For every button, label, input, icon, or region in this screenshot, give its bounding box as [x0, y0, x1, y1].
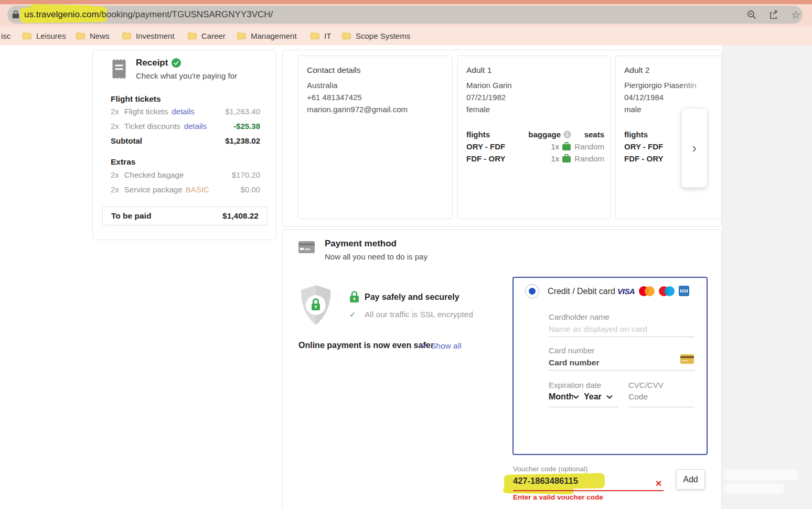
bookmark-item-leisures[interactable]: Leisures: [23, 26, 66, 45]
passenger-title: Adult 2: [624, 66, 718, 75]
folder-icon: [342, 32, 351, 39]
bookmark-label: Management: [251, 31, 297, 40]
baggage-icon: [562, 142, 571, 151]
credit-card-radio[interactable]: [525, 284, 539, 298]
url-path: /booking/payment/TGUSNSARGNYY3VCH/: [99, 9, 273, 19]
flight-code: ORY - FDF: [466, 142, 516, 151]
col-flights: flights: [466, 130, 516, 139]
row-amount: $1,263.40: [225, 107, 260, 116]
bookmark-item-news[interactable]: News: [76, 26, 110, 45]
contact-phone: +61 481347425: [307, 91, 444, 103]
browser-toolbar: us.travelgenio.com/booking/payment/TGUSN…: [0, 4, 812, 26]
adult-1-card: Adult 1 Marion Garin 07/21/1982 female f…: [457, 56, 611, 219]
bookmark-item-it[interactable]: IT: [311, 26, 331, 45]
month-select[interactable]: Month: [549, 392, 579, 402]
url-text: us.travelgenio.com/booking/payment/TGUSN…: [24, 6, 273, 24]
section-flight-tickets: Flight tickets: [111, 94, 260, 104]
card-brand-logos: VISA: [617, 286, 689, 296]
bookmark-label: Investment: [136, 31, 174, 40]
flight-code: FDF - ORY: [466, 154, 516, 163]
bookmark-item-investment[interactable]: Investment: [122, 26, 174, 45]
passenger-gender: female: [466, 103, 602, 115]
passenger-title: Adult 1: [466, 66, 602, 75]
col-flights: flights: [624, 130, 674, 139]
card-number-label: Card number: [549, 346, 595, 355]
contact-email: marion.garin972@gmail.com: [307, 103, 444, 115]
watermark: [725, 470, 798, 480]
subtotal-amount: $1,238.02: [225, 136, 260, 145]
clear-voucher-icon[interactable]: ✕: [655, 479, 662, 489]
row-amount: $170.20: [232, 170, 260, 179]
lock-icon[interactable]: [12, 10, 19, 19]
contact-title: Contact details: [307, 66, 444, 75]
share-icon[interactable]: [768, 9, 779, 20]
receipt-row-checked-bagage: 2x Checked bagage $170.20: [111, 170, 260, 179]
receipt-row-ticket-discounts: 2x Ticket discounts details -$25.38: [111, 122, 260, 131]
year-value: Year: [584, 392, 602, 402]
credit-card-icon: [298, 241, 315, 253]
input-underline: [628, 407, 695, 407]
seat-value: Random: [571, 142, 604, 151]
zoom-out-icon[interactable]: [746, 9, 757, 20]
flight-code: FDF - ORY: [624, 154, 674, 163]
subtotal-label: Subtotal: [111, 136, 142, 145]
address-bar[interactable]: us.travelgenio.com/booking/payment/TGUSN…: [7, 6, 803, 24]
shield-lock-icon: [298, 285, 334, 325]
amex-icon: [679, 286, 689, 296]
bookmarks-bar: isc Leisures News Investment Career Mana…: [0, 26, 812, 45]
bag-count: 1x: [551, 154, 559, 163]
chevron-down-icon: [573, 395, 579, 399]
basic-tag: BASIC: [186, 185, 209, 194]
input-underline: [549, 337, 695, 337]
bookmark-item-partial[interactable]: isc: [1, 26, 10, 45]
row-amount: -$25.38: [233, 122, 260, 131]
add-voucher-button[interactable]: Add: [676, 469, 705, 490]
col-baggage: baggage: [528, 130, 561, 139]
credit-card-form: Credit / Debit card VISA Cardholder name…: [512, 277, 708, 455]
bookmark-item-career[interactable]: Career: [188, 26, 226, 45]
receipt-icon: [111, 59, 127, 79]
secure-title: Pay safely and securely: [365, 293, 460, 302]
row-qty: 2x: [111, 170, 119, 179]
visa-icon: VISA: [617, 287, 635, 296]
receipt-row-subtotal: Subtotal $1,238.02: [111, 136, 260, 145]
name-fade-overlay: [679, 77, 722, 91]
voucher-label: Voucher code (optional): [513, 465, 588, 473]
row-qty: 2x: [111, 185, 119, 194]
card-option-label: Credit / Debit card: [548, 287, 615, 296]
year-select[interactable]: Year: [584, 392, 613, 402]
row-amount: $0.00: [240, 185, 260, 194]
card-number-input[interactable]: Card number: [549, 358, 599, 367]
show-all-link[interactable]: Show all: [431, 341, 462, 351]
cvc-label: CVC/CVV: [628, 381, 664, 389]
folder-icon: [311, 32, 319, 39]
info-icon[interactable]: [563, 131, 571, 138]
row-label: Flight tickets: [124, 107, 168, 116]
bookmark-item-management[interactable]: Management: [237, 26, 297, 45]
passengers-panel: Contact details Australia +61 481347425 …: [282, 50, 722, 227]
secure-subtitle: All our traffic is SSL encrypted: [365, 310, 473, 319]
cardholder-input[interactable]: Name as displayed on card: [549, 324, 647, 334]
carousel-next-button[interactable]: ›: [681, 108, 707, 188]
row-label: Service package: [124, 185, 183, 194]
details-link[interactable]: details: [172, 107, 194, 116]
to-be-paid-amount: $1,408.22: [222, 211, 259, 221]
flights-table: flights baggage seats ORY - FDF 1x Rando…: [466, 128, 604, 165]
cvc-input[interactable]: Code: [628, 392, 648, 402]
bookmark-item-scope-systems[interactable]: Scope Systems: [342, 26, 410, 45]
watermark: [725, 483, 784, 494]
chevron-right-icon: ›: [692, 140, 697, 156]
seat-value: Random: [571, 154, 604, 163]
flight-row: FDF - ORY 1x Random: [466, 153, 604, 165]
flight-code: ORY - FDF: [624, 142, 674, 151]
bookmark-label: isc: [1, 31, 10, 40]
payment-subtitle: Now all you need to do is pay: [325, 252, 428, 261]
details-link[interactable]: details: [184, 122, 207, 131]
receipt-panel: Receipt Check what you're paying for Fli…: [92, 50, 276, 240]
folder-icon: [122, 32, 131, 39]
payment-method-panel: Payment method Now all you need to do is…: [282, 229, 722, 509]
voucher-input[interactable]: 427-1863486115: [513, 476, 578, 486]
bookmark-star-icon[interactable]: ☆: [790, 9, 802, 20]
receipt-subtitle: Check what you're paying for: [136, 71, 237, 80]
flight-row: ORY - FDF 1x Random: [466, 140, 604, 153]
